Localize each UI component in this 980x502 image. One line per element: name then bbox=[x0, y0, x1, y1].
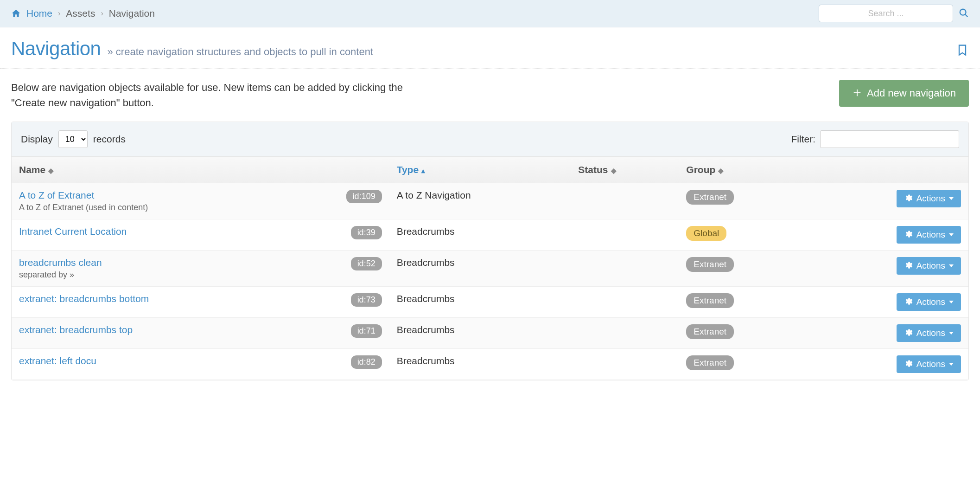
table-row: extranet: breadcrumbs top id:71 Breadcru… bbox=[12, 318, 968, 349]
group-badge: Extranet bbox=[686, 355, 734, 370]
row-status bbox=[571, 318, 679, 349]
row-subtext: separated by » bbox=[19, 270, 102, 280]
row-status bbox=[571, 251, 679, 287]
group-badge: Extranet bbox=[686, 257, 734, 272]
row-name-link[interactable]: extranet: breadcrumbs bottom bbox=[19, 293, 149, 304]
table-row: breadcrumbs clean separated by » id:52 B… bbox=[12, 251, 968, 287]
filter-input[interactable] bbox=[820, 130, 959, 148]
col-group[interactable]: Group◆ bbox=[679, 157, 806, 183]
row-name-link[interactable]: extranet: breadcrumbs top bbox=[19, 324, 133, 335]
row-type: Breadcrumbs bbox=[389, 287, 571, 318]
gear-icon bbox=[904, 261, 913, 271]
breadcrumb-current: Navigation bbox=[109, 8, 155, 19]
actions-label: Actions bbox=[916, 297, 945, 307]
home-icon bbox=[11, 8, 21, 19]
id-badge: id:52 bbox=[351, 257, 382, 270]
bookmark-icon[interactable] bbox=[956, 44, 969, 58]
table-row: Intranet Current Location id:39 Breadcru… bbox=[12, 219, 968, 251]
actions-button[interactable]: Actions bbox=[897, 324, 961, 342]
filter-label: Filter: bbox=[791, 134, 816, 145]
gear-icon bbox=[904, 328, 913, 338]
row-status bbox=[571, 219, 679, 251]
table-row: extranet: left docu id:82 BreadcrumbsExt… bbox=[12, 349, 968, 380]
col-name[interactable]: Name◆ bbox=[12, 157, 389, 183]
search-icon[interactable] bbox=[959, 7, 969, 19]
row-name-link[interactable]: Intranet Current Location bbox=[19, 226, 127, 237]
display-label: Display bbox=[21, 134, 53, 145]
row-type: Breadcrumbs bbox=[389, 349, 571, 380]
page-subtitle: create navigation structures and objects… bbox=[107, 46, 373, 58]
chevron-right-icon: › bbox=[101, 9, 103, 18]
intro-text: Below are navigation objects available f… bbox=[11, 80, 438, 110]
page-title: Navigation bbox=[11, 38, 101, 60]
row-subtext: A to Z of Extranet (used in content) bbox=[19, 203, 148, 212]
id-badge: id:82 bbox=[351, 355, 382, 369]
sort-icon: ◆ bbox=[48, 167, 54, 174]
table-row: extranet: breadcrumbs bottom id:73 Bread… bbox=[12, 287, 968, 318]
row-name-link[interactable]: extranet: left docu bbox=[19, 355, 96, 366]
breadcrumb: Home › Assets › Navigation bbox=[11, 8, 155, 19]
sort-icon: ◆ bbox=[718, 167, 724, 174]
actions-label: Actions bbox=[916, 328, 945, 338]
gear-icon bbox=[904, 230, 913, 240]
caret-down-icon bbox=[949, 332, 954, 335]
navigation-table: Name◆ Type▴ Status◆ Group◆ A to Z of Ext… bbox=[12, 156, 968, 380]
row-type: A to Z Navigation bbox=[389, 183, 571, 219]
gear-icon bbox=[904, 359, 913, 369]
plus-icon bbox=[852, 87, 862, 99]
row-type: Breadcrumbs bbox=[389, 318, 571, 349]
actions-button[interactable]: Actions bbox=[897, 190, 961, 207]
gear-icon bbox=[904, 193, 913, 204]
actions-label: Actions bbox=[916, 261, 945, 271]
row-name-link[interactable]: breadcrumbs clean bbox=[19, 257, 102, 268]
add-navigation-button[interactable]: Add new navigation bbox=[839, 80, 969, 107]
row-status bbox=[571, 287, 679, 318]
col-type[interactable]: Type▴ bbox=[389, 157, 571, 183]
row-status bbox=[571, 183, 679, 219]
actions-label: Actions bbox=[916, 193, 945, 204]
actions-label: Actions bbox=[916, 359, 945, 369]
table-row: A to Z of Extranet A to Z of Extranet (u… bbox=[12, 183, 968, 219]
col-actions bbox=[806, 157, 968, 183]
group-badge: Extranet bbox=[686, 190, 734, 205]
add-button-label: Add new navigation bbox=[867, 87, 956, 99]
breadcrumb-assets[interactable]: Assets bbox=[66, 8, 95, 19]
search-input[interactable] bbox=[819, 5, 953, 22]
id-badge: id:109 bbox=[346, 190, 382, 203]
row-status bbox=[571, 349, 679, 380]
gear-icon bbox=[904, 297, 913, 307]
row-name-link[interactable]: A to Z of Extranet bbox=[19, 190, 94, 200]
breadcrumb-home[interactable]: Home bbox=[26, 8, 52, 19]
id-badge: id:39 bbox=[351, 226, 382, 239]
sort-asc-icon: ▴ bbox=[421, 167, 425, 174]
caret-down-icon bbox=[949, 264, 954, 267]
actions-button[interactable]: Actions bbox=[897, 257, 961, 275]
group-badge: Extranet bbox=[686, 293, 734, 308]
caret-down-icon bbox=[949, 197, 954, 200]
group-badge: Global bbox=[686, 226, 726, 241]
row-type: Breadcrumbs bbox=[389, 251, 571, 287]
actions-button[interactable]: Actions bbox=[897, 226, 961, 244]
id-badge: id:73 bbox=[351, 293, 382, 307]
caret-down-icon bbox=[949, 233, 954, 236]
id-badge: id:71 bbox=[351, 324, 382, 338]
caret-down-icon bbox=[949, 363, 954, 366]
svg-point-0 bbox=[960, 9, 966, 15]
row-type: Breadcrumbs bbox=[389, 219, 571, 251]
display-records-select[interactable]: 10 bbox=[58, 130, 88, 148]
records-label: records bbox=[93, 134, 126, 145]
actions-button[interactable]: Actions bbox=[897, 293, 961, 311]
chevron-right-icon: › bbox=[58, 9, 60, 18]
svg-line-1 bbox=[965, 14, 968, 17]
col-status[interactable]: Status◆ bbox=[571, 157, 679, 183]
actions-button[interactable]: Actions bbox=[897, 355, 961, 373]
actions-label: Actions bbox=[916, 230, 945, 240]
sort-icon: ◆ bbox=[611, 167, 617, 174]
group-badge: Extranet bbox=[686, 324, 734, 339]
caret-down-icon bbox=[949, 301, 954, 303]
